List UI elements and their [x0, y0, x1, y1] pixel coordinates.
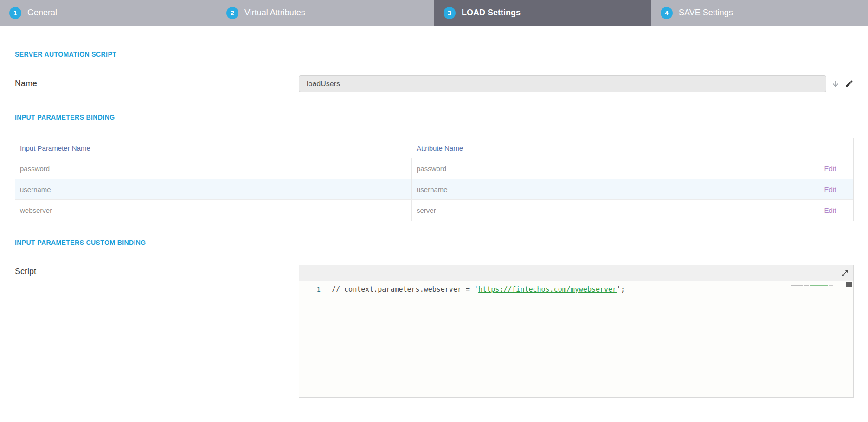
- step-3-badge: 3: [444, 7, 456, 19]
- column-header-actions: [807, 138, 853, 158]
- name-select[interactable]: loadUsers: [299, 75, 826, 92]
- code-text: // context.parameters.webserver = 'https…: [321, 284, 625, 295]
- column-header-input-parameter-name: Input Parameter Name: [15, 138, 412, 158]
- cell-attribute-name: password: [412, 158, 807, 179]
- tab-virtual-attributes-label: Virtual Attributes: [244, 8, 305, 18]
- script-label: Script: [15, 265, 299, 276]
- wizard-tab-bar: 1 General 2 Virtual Attributes 3 LOAD Se…: [0, 0, 868, 26]
- script-code-editor[interactable]: 1 // context.parameters.webserver = 'htt…: [299, 265, 854, 398]
- editor-minimap[interactable]: [791, 285, 842, 286]
- dropdown-arrow-icon[interactable]: [831, 79, 840, 89]
- load-settings-page: 1 General 2 Virtual Attributes 3 LOAD Se…: [0, 0, 868, 422]
- tab-general[interactable]: 1 General: [0, 0, 217, 26]
- minimap-mark: [804, 285, 809, 286]
- load-settings-content: SERVER AUTOMATION SCRIPT Name loadUsers …: [0, 51, 868, 398]
- code-url-link[interactable]: https://fintechos.com/mywebserver: [478, 285, 617, 294]
- line-number: 1: [299, 284, 321, 295]
- tab-virtual-attributes[interactable]: 2 Virtual Attributes: [217, 0, 434, 26]
- cell-input-parameter-name: username: [15, 179, 412, 199]
- edit-link[interactable]: Edit: [824, 185, 836, 193]
- editor-toolbar: [299, 265, 853, 281]
- tab-load-settings-label: LOAD Settings: [462, 8, 521, 18]
- editor-scrollbar-thumb[interactable]: [846, 282, 852, 287]
- edit-link[interactable]: Edit: [824, 165, 836, 173]
- table-header-row: Input Parameter Name Attribute Name: [15, 138, 853, 158]
- step-1-badge: 1: [9, 7, 21, 19]
- input-parameters-custom-binding-heading: INPUT PARAMETERS CUSTOM BINDING: [15, 239, 854, 246]
- cell-input-parameter-name: password: [15, 158, 412, 179]
- step-4-badge: 4: [661, 7, 673, 19]
- minimap-mark: [791, 285, 803, 286]
- edit-link[interactable]: Edit: [824, 206, 836, 214]
- table-row-webserver[interactable]: webserver server Edit: [15, 200, 853, 221]
- tab-load-settings[interactable]: 3 LOAD Settings: [434, 0, 651, 26]
- edit-pencil-icon[interactable]: [845, 79, 854, 88]
- name-label: Name: [15, 79, 299, 89]
- minimap-mark: [829, 285, 833, 286]
- expand-icon[interactable]: [841, 269, 849, 277]
- input-parameters-table: Input Parameter Name Attribute Name pass…: [15, 138, 854, 221]
- column-header-attribute-name: Attribute Name: [412, 138, 807, 158]
- tab-save-settings[interactable]: 4 SAVE Settings: [651, 0, 868, 26]
- code-line-1: 1 // context.parameters.webserver = 'htt…: [299, 284, 788, 295]
- minimap-mark: [810, 285, 828, 286]
- input-parameters-binding-heading: INPUT PARAMETERS BINDING: [15, 114, 854, 121]
- cell-attribute-name: username: [412, 179, 807, 199]
- tab-save-settings-label: SAVE Settings: [679, 8, 733, 18]
- tab-general-label: General: [27, 8, 57, 18]
- script-form-row: Script 1 // context.parameters.webserver…: [15, 265, 854, 398]
- name-select-value: loadUsers: [307, 80, 340, 88]
- editor-body[interactable]: 1 // context.parameters.webserver = 'htt…: [299, 281, 853, 397]
- code-comment: // context.parameters.webserver = ': [332, 285, 478, 294]
- cell-input-parameter-name: webserver: [15, 200, 412, 221]
- server-automation-script-heading: SERVER AUTOMATION SCRIPT: [15, 51, 854, 58]
- name-form-row: Name loadUsers: [15, 75, 854, 92]
- code-comment-end: ';: [617, 285, 625, 294]
- cell-attribute-name: server: [412, 200, 807, 221]
- step-2-badge: 2: [226, 7, 238, 19]
- table-row-password[interactable]: password password Edit: [15, 158, 853, 179]
- table-row-username[interactable]: username username Edit: [15, 179, 853, 200]
